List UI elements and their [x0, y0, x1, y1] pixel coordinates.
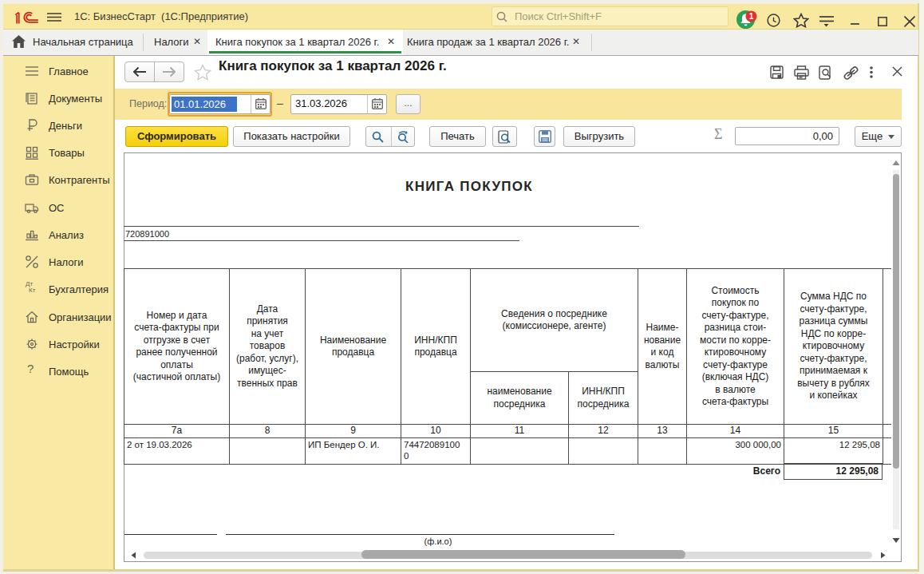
svg-text:1: 1: [749, 12, 754, 21]
